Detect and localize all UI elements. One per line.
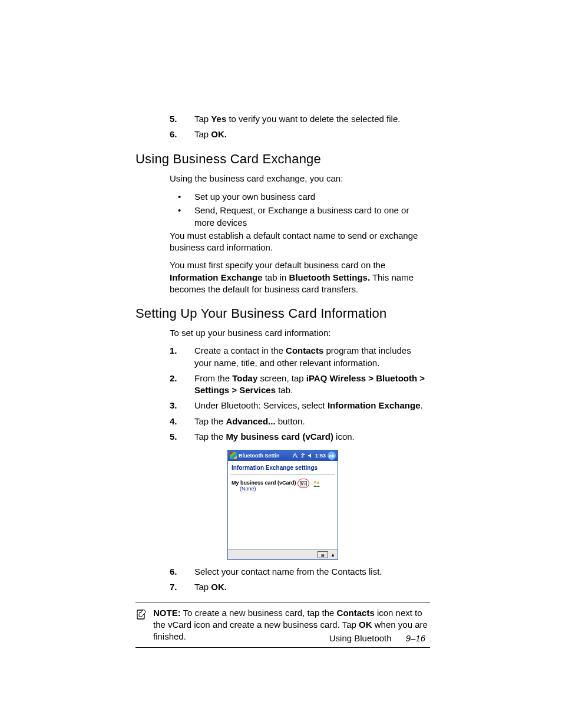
list-text: Tap Yes to verify you want to delete the…: [194, 113, 430, 125]
speaker-icon: [308, 453, 313, 459]
bullet-icon: •: [178, 204, 181, 229]
list-number: 7.: [170, 581, 178, 593]
list-number: 5.: [170, 113, 178, 125]
start-icon: [230, 452, 237, 459]
list-item: 2.From the Today screen, tap iPAQ Wirele…: [135, 373, 430, 397]
svg-point-3: [317, 482, 319, 484]
window-titlebar: Bluetooth Settin 1:53 ok: [228, 450, 338, 461]
svg-point-2: [314, 481, 316, 483]
list-text: Create a contact in the Contacts program…: [194, 345, 430, 369]
input-panel-bar: ▦ ▲: [228, 549, 338, 559]
list-text: Select your contact name from the Contac…: [194, 566, 430, 578]
list-number: 3.: [170, 400, 178, 411]
list-item: 3.Under Bluetooth: Services, select Info…: [135, 400, 430, 411]
intro-paragraph: Using the business card exchange, you ca…: [135, 173, 430, 185]
list-text: Tap OK.: [194, 129, 430, 140]
list-text: Tap the My business card (vCard) icon.: [194, 431, 430, 443]
list-number: 1.: [170, 345, 178, 369]
list-number: 2.: [170, 373, 178, 397]
bullet-item: •Set up your own business card: [135, 190, 430, 203]
device-screenshot: Bluetooth Settin 1:53 ok Information Exc…: [227, 450, 338, 560]
bullet-text: Set up your own business card: [194, 190, 315, 203]
page-footer: Using Bluetooth9–16: [329, 633, 425, 643]
vcard-label: My business card (vCard): [232, 480, 296, 486]
paragraph: You must establish a default contact nam…: [135, 230, 430, 254]
input-arrow-icon[interactable]: ▲: [330, 552, 335, 558]
list-text: From the Today screen, tap iPAQ Wireless…: [194, 373, 430, 397]
ok-button[interactable]: ok: [328, 452, 336, 460]
intro-paragraph: To set up your business card information…: [135, 327, 430, 339]
list-number: 6.: [170, 566, 178, 578]
list-item: 7.Tap OK.: [135, 581, 430, 593]
list-item: 6.Tap OK.: [135, 129, 430, 140]
list-text: Tap OK.: [194, 581, 430, 593]
signal-icon: [300, 453, 306, 459]
list-item: 1.Create a contact in the Contacts progr…: [135, 345, 430, 369]
list-item: 6.Select your contact name from the Cont…: [135, 566, 430, 578]
bullet-icon: •: [178, 190, 181, 203]
section-title: Information Exchange settings: [228, 461, 338, 475]
window-title: Bluetooth Settin: [239, 453, 280, 459]
bullet-text: Send, Request, or Exchange a business ca…: [194, 204, 430, 229]
keyboard-icon[interactable]: ▦: [318, 551, 328, 558]
status-area: 1:53 ok: [282, 452, 336, 460]
vcard-icon[interactable]: V≡: [297, 479, 309, 488]
list-number: 4.: [170, 416, 178, 427]
connectivity-icon: [292, 453, 298, 459]
list-text: Under Bluetooth: Services, select Inform…: [194, 400, 430, 411]
list-item: 5.Tap the My business card (vCard) icon.: [135, 431, 430, 443]
heading-setting-up: Setting Up Your Business Card Informatio…: [135, 306, 430, 321]
list-number: 6.: [170, 129, 178, 140]
list-number: 5.: [170, 431, 178, 443]
contacts-icon[interactable]: [313, 480, 320, 487]
note-icon: [135, 608, 147, 643]
list-item: 5.Tap Yes to verify you want to delete t…: [135, 113, 430, 125]
list-text: Tap the Advanced... button.: [194, 416, 430, 427]
heading-business-card-exchange: Using Business Card Exchange: [135, 151, 430, 167]
paragraph: You must first specify your default busi…: [135, 259, 430, 295]
list-item: 4.Tap the Advanced... button.: [135, 416, 430, 427]
bullet-item: •Send, Request, or Exchange a business c…: [135, 204, 430, 229]
clock: 1:53: [315, 453, 326, 459]
